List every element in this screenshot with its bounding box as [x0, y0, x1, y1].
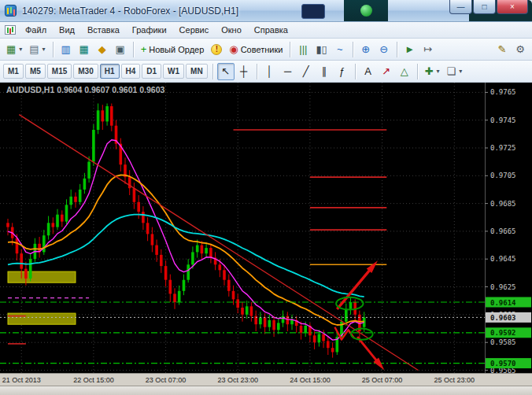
candle-body [268, 320, 272, 327]
toolbar-separator [355, 64, 356, 79]
online-status-icon [360, 5, 372, 17]
candle-body [151, 234, 154, 245]
menu-service[interactable]: Сервис [173, 23, 216, 37]
price-tick-label: 0.9765 [490, 88, 516, 96]
candle-body [272, 320, 275, 330]
chart-area[interactable]: 0.97650.97450.97250.97050.96850.96650.96… [0, 83, 532, 386]
candle-body [146, 223, 150, 234]
candle-body [160, 255, 163, 266]
candlestick-mode-button[interactable]: ▮▯ [312, 41, 330, 58]
templates-button[interactable]: ❏▾ [444, 63, 466, 80]
candle-body [169, 280, 172, 294]
navigator-button[interactable]: ◆ [94, 41, 111, 58]
minimize-button[interactable]: — [449, 0, 472, 14]
expert-advisors-button[interactable]: ! [208, 41, 225, 58]
candle-body [6, 223, 9, 227]
rectangle-object[interactable] [8, 313, 76, 324]
market-watch-button[interactable]: ▥ [57, 41, 75, 58]
fibonacci-button[interactable]: ƒ [334, 63, 351, 80]
timeframe-m5-button[interactable]: M5 [25, 64, 46, 79]
toolbar-separator [53, 42, 54, 57]
line-chart-mode-button[interactable]: ~ [331, 41, 349, 58]
cursor-button[interactable]: ↖ [217, 63, 235, 80]
options-button[interactable]: ⚙ [512, 41, 529, 58]
crosshair-button[interactable]: ┼ [235, 63, 253, 80]
metaeditor-button[interactable]: ✎ [493, 41, 511, 58]
menu-help[interactable]: Справка [248, 23, 294, 37]
indicators-button[interactable]: ✚▾ [422, 63, 443, 80]
price-tick-label: 0.9665 [490, 227, 516, 235]
rectangle-object[interactable] [8, 271, 76, 282]
maximize-button[interactable]: □ [473, 0, 496, 14]
standard-toolbar: ▦▾▤▾▥▦◆▣+Новый Ордер!◉Советники|||▮▯~⊕⊖►… [0, 39, 532, 61]
terminal-button[interactable]: ▣ [112, 41, 129, 58]
arrows-tool-icon: ↗ [382, 66, 390, 76]
timeframe-h4-button[interactable]: H4 [121, 64, 141, 79]
timeframe-d1-button[interactable]: D1 [142, 64, 161, 79]
caret-down-icon: ▾ [437, 68, 440, 75]
fibonacci-icon: ƒ [339, 66, 345, 76]
price-tick-label: 0.9625 [490, 283, 516, 291]
auto-scroll-button[interactable]: ► [401, 41, 419, 58]
candle-body [142, 212, 145, 223]
text-label-button[interactable]: A [360, 63, 377, 80]
close-button[interactable]: × [497, 0, 528, 14]
bar-chart-mode-button[interactable]: ||| [294, 41, 312, 58]
menu-window[interactable]: Окно [215, 23, 248, 37]
timeframe-m30-button[interactable]: M30 [73, 64, 98, 79]
price-tag-label: 0.9614 [490, 299, 516, 307]
price-tag-label: 0.9570 [490, 360, 516, 367]
candle-body [29, 259, 32, 279]
timeframe-m15-button[interactable]: M15 [47, 64, 72, 79]
vertical-line-button[interactable]: │ [261, 63, 279, 80]
candle-body [155, 245, 158, 255]
candle-body [164, 266, 168, 280]
equidistant-channel-button[interactable]: ∥ [316, 63, 333, 80]
timeframe-h1-button[interactable]: H1 [100, 64, 120, 79]
candle-body [264, 317, 267, 327]
candle-body [173, 293, 176, 302]
zoom-out-button[interactable]: ⊖ [375, 41, 393, 58]
timeframe-m1-button[interactable]: M1 [3, 64, 24, 79]
trendline-tool-button[interactable]: ╱ [297, 63, 315, 80]
arrows-tool-button[interactable]: ↗ [378, 63, 395, 80]
candle-body [300, 326, 303, 333]
candle-body [196, 245, 199, 253]
crosshair-icon: ┼ [240, 66, 247, 76]
advisors-label: Советники [241, 45, 283, 54]
menu-charts[interactable]: Графики [126, 23, 173, 37]
new-chart-button[interactable]: ▦▾ [3, 41, 25, 58]
candle-body [191, 252, 194, 264]
chart-shift-button[interactable]: ↦ [419, 41, 437, 58]
menu-insert[interactable]: Вставка [81, 23, 126, 37]
window-title: 140279: MetaTrader 4 - RoboForex - [AUDU… [22, 6, 238, 17]
new-order-label: Новый Ордер [149, 45, 204, 54]
menu-view[interactable]: Вид [53, 23, 81, 37]
title-bar[interactable]: 140279: MetaTrader 4 - RoboForex - [AUDU… [0, 0, 532, 22]
charts-toolbar: M1M5M15M30H1H4D1W1MN↖┼│─╱∥ƒA↗△✚▾❏▾ [0, 61, 532, 83]
new-order-button[interactable]: +Новый Ордер [138, 41, 208, 58]
chart-shift-icon: ↦ [423, 44, 432, 54]
menu-file[interactable]: Файл [19, 23, 53, 37]
price-tag-label: 0.9592 [490, 329, 516, 337]
profiles-icon: ▤ [29, 44, 39, 54]
expert-advisors-icon: ! [211, 44, 222, 55]
timeframe-w1-button[interactable]: W1 [163, 64, 184, 79]
timeframe-mn-button[interactable]: MN [186, 64, 208, 79]
toolbar-separator [353, 42, 353, 57]
candle-body [61, 215, 64, 222]
shapes-button[interactable]: △ [396, 63, 413, 80]
zoom-in-button[interactable]: ⊕ [357, 41, 375, 58]
candle-body [42, 235, 46, 252]
candle-body [223, 270, 226, 279]
data-window-button[interactable]: ▦ [76, 41, 93, 58]
line-chart-mode-icon: ~ [337, 44, 343, 54]
horizontal-line-button[interactable]: ─ [279, 63, 297, 80]
advisors-button[interactable]: ◉Советники [226, 41, 286, 58]
price-tick-label: 0.9705 [490, 172, 516, 179]
price-tick-label: 0.9745 [490, 116, 516, 124]
profiles-button[interactable]: ▤▾ [26, 41, 48, 58]
chart-plot-area[interactable] [0, 83, 532, 373]
time-label: 25 Oct 23:00 [434, 376, 475, 384]
chart-canvas[interactable]: 0.97650.97450.97250.97050.96850.96650.96… [0, 83, 532, 386]
